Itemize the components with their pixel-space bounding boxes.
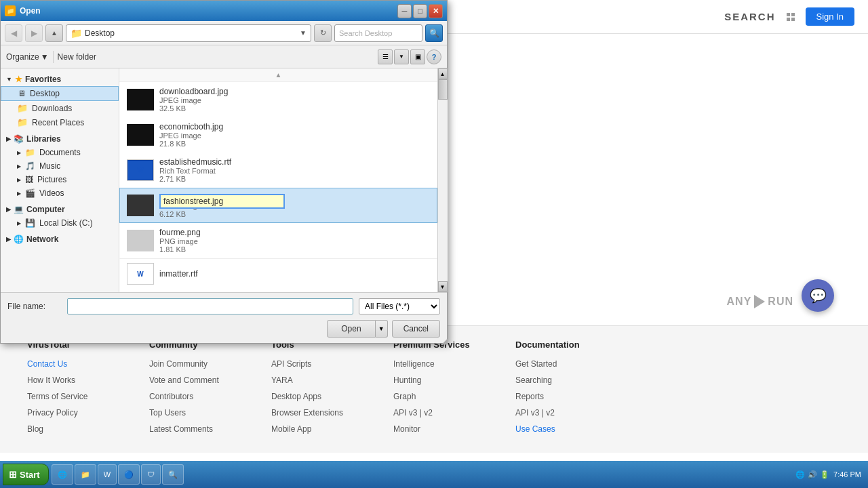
list-item[interactable]: downloadboard.jpg JPEG image 32.5 KB <box>119 82 437 117</box>
computer-header[interactable]: ▶ 💻 Computer <box>1 203 119 216</box>
footer-mobile-app[interactable]: Mobile App <box>271 423 393 435</box>
dialog-buttons: Open ▼ Cancel <box>7 320 440 338</box>
footer-how-it-works[interactable]: How It Works <box>27 374 149 386</box>
footer-latest-comments[interactable]: Latest Comments <box>149 423 271 435</box>
footer-searching[interactable]: Searching <box>515 374 665 386</box>
search-box[interactable]: Search Desktop <box>334 24 422 42</box>
taskbar-chrome[interactable]: 🔵 <box>118 464 140 485</box>
filetype-select[interactable]: All Files (*.*) <box>359 298 440 314</box>
sidebar-pictures[interactable]: ▶ 🖼 Pictures <box>1 173 119 186</box>
file-thumbnail: W <box>127 159 154 181</box>
forward-button[interactable]: ▶ <box>25 24 43 42</box>
new-folder-button[interactable]: New folder <box>58 52 96 62</box>
minimize-button[interactable]: ─ <box>397 4 412 18</box>
footer-contact[interactable]: Contact Us <box>27 358 149 370</box>
network-tray-icon: 🌐 <box>795 470 805 479</box>
footer-api-v3[interactable]: API v3 | v2 <box>393 407 515 419</box>
close-button[interactable]: ✕ <box>429 4 443 18</box>
footer-api-scripts[interactable]: API Scripts <box>271 358 393 370</box>
footer-api-v3-doc[interactable]: API v3 | v2 <box>515 407 665 419</box>
footer-terms[interactable]: Terms of Service <box>27 390 149 403</box>
music-label: Music <box>39 161 60 171</box>
footer-use-cases[interactable]: Use Cases <box>515 423 665 435</box>
localdisk-expand: ▶ <box>17 220 21 226</box>
list-item[interactable]: W inmatter.rtf <box>119 258 437 289</box>
chat-button[interactable]: 💬 <box>802 279 834 312</box>
view-dropdown-button[interactable]: ▼ <box>394 49 409 64</box>
file-type: JPEG image <box>159 96 430 104</box>
scroll-up-button[interactable]: ▲ <box>438 68 448 79</box>
taskbar-shield[interactable]: 🛡 <box>141 464 161 485</box>
pictures-expand: ▶ <box>17 177 21 183</box>
sidebar-recent[interactable]: 📁 Recent Places <box>1 115 119 129</box>
footer-desktop-apps[interactable]: Desktop Apps <box>271 390 393 403</box>
sidebar-desktop[interactable]: 🖥 Desktop <box>1 86 119 101</box>
footer-contributors[interactable]: Contributors <box>149 390 271 403</box>
libraries-header[interactable]: ▶ 📚 Libraries <box>1 132 119 146</box>
taskbar-ie[interactable]: 🌐 <box>52 464 73 485</box>
organize-button[interactable]: Organize ▼ <box>6 52 49 62</box>
footer-get-started[interactable]: Get Started <box>515 358 665 370</box>
footer-intelligence[interactable]: Intelligence <box>393 358 515 370</box>
list-item[interactable]: W establishedmusic.rtf Rich Text Format … <box>119 152 437 188</box>
favorites-header[interactable]: ▼ ★ Favorites <box>1 73 119 86</box>
rename-input[interactable] <box>159 194 285 209</box>
maximize-button[interactable]: □ <box>413 4 427 18</box>
grid-view-icon[interactable] <box>787 13 795 21</box>
footer-join[interactable]: Join Community <box>149 358 271 370</box>
address-bar[interactable]: 📁 Desktop ▼ <box>66 24 311 42</box>
sidebar-downloads[interactable]: 📁 Downloads <box>1 101 119 115</box>
videos-label: Videos <box>39 188 64 198</box>
libraries-expand-icon: ▶ <box>6 136 11 142</box>
up-button[interactable]: ▲ <box>45 24 63 42</box>
open-button[interactable]: Open <box>327 320 375 338</box>
list-item[interactable]: economicboth.jpg JPEG image 21.8 KB <box>119 117 437 152</box>
scroll-down-button[interactable]: ▼ <box>438 281 448 292</box>
taskbar-vt[interactable]: 🔍 <box>162 464 184 485</box>
taskbar-word[interactable]: W <box>98 464 117 485</box>
taskbar-time: 7:46 PM <box>833 470 861 479</box>
footer-monitor[interactable]: Monitor <box>393 423 515 435</box>
anyrun-text: ANY <box>727 296 752 308</box>
toolbar-separator <box>53 51 54 63</box>
preview-button[interactable]: ▣ <box>410 49 425 64</box>
footer-yara[interactable]: YARA <box>271 374 393 386</box>
organize-dropdown-icon: ▼ <box>41 52 49 62</box>
footer-graph[interactable]: Graph <box>393 390 515 403</box>
sidebar-documents[interactable]: ▶ 📁 Documents <box>1 146 119 159</box>
address-dropdown-icon[interactable]: ▼ <box>300 29 307 37</box>
footer-hunting[interactable]: Hunting <box>393 374 515 386</box>
network-icon: 🌐 <box>14 235 24 244</box>
file-thumbnail <box>127 230 154 251</box>
computer-icon: 💻 <box>14 205 24 214</box>
footer-col-community: Community Join Community Vote and Commen… <box>149 340 271 439</box>
footer-browser-extensions[interactable]: Browser Extensions <box>271 407 393 419</box>
sign-in-button[interactable]: Sign In <box>806 7 854 26</box>
sidebar-music[interactable]: ▶ 🎵 Music <box>1 159 119 173</box>
footer-reports[interactable]: Reports <box>515 390 665 403</box>
sidebar-localdisk[interactable]: ▶ 💾 Local Disk (C:) <box>1 216 119 230</box>
open-dropdown-button[interactable]: ▼ <box>376 320 388 338</box>
network-header[interactable]: ▶ 🌐 Network <box>1 232 119 246</box>
search-button[interactable]: 🔍 <box>425 24 443 42</box>
file-type: Rich Text Format <box>159 167 430 175</box>
filename-input[interactable] <box>67 298 353 314</box>
list-item[interactable]: fashionstreet.jpg JPEG image 6.12 KB <box>119 188 437 223</box>
footer-privacy[interactable]: Privacy Policy <box>27 407 149 419</box>
resize-grip[interactable]: ◢ <box>438 336 448 346</box>
computer-expand-icon: ▶ <box>6 206 11 213</box>
cancel-button[interactable]: Cancel <box>392 320 440 338</box>
details-view-button[interactable]: ☰ <box>378 49 393 64</box>
start-button[interactable]: ⊞ Start <box>3 464 49 485</box>
refresh-button[interactable]: ↻ <box>314 24 332 42</box>
footer-top-users[interactable]: Top Users <box>149 407 271 419</box>
footer-blog[interactable]: Blog <box>27 423 149 435</box>
scrollbar-thumb[interactable] <box>438 79 448 100</box>
list-item[interactable]: fourme.png PNG image 1.81 KB <box>119 223 437 258</box>
taskbar-explorer[interactable]: 📁 <box>75 464 96 485</box>
desktop-folder-icon: 🖥 <box>18 89 26 98</box>
back-button[interactable]: ◀ <box>5 24 22 42</box>
help-button[interactable]: ? <box>427 49 441 64</box>
footer-vote[interactable]: Vote and Comment <box>149 374 271 386</box>
sidebar-videos[interactable]: ▶ 🎬 Videos <box>1 186 119 200</box>
